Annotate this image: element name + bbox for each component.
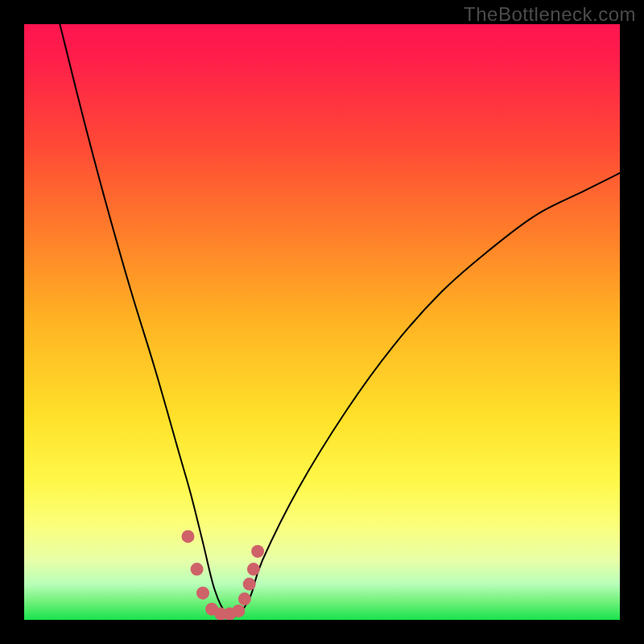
chart-frame: TheBottleneck.com: [0, 0, 644, 644]
marker-dot: [243, 578, 256, 591]
marker-dot: [196, 587, 209, 600]
marker-dot: [238, 592, 251, 605]
curve-layer: [24, 24, 620, 620]
plot-area: [24, 24, 620, 620]
watermark-text: TheBottleneck.com: [464, 3, 636, 26]
highlight-markers: [182, 530, 265, 620]
marker-dot: [182, 530, 195, 543]
marker-dot: [232, 605, 245, 617]
marker-dot: [251, 545, 264, 558]
marker-dot: [191, 563, 204, 576]
bottleneck-curve: [60, 24, 620, 617]
marker-dot: [247, 563, 260, 576]
